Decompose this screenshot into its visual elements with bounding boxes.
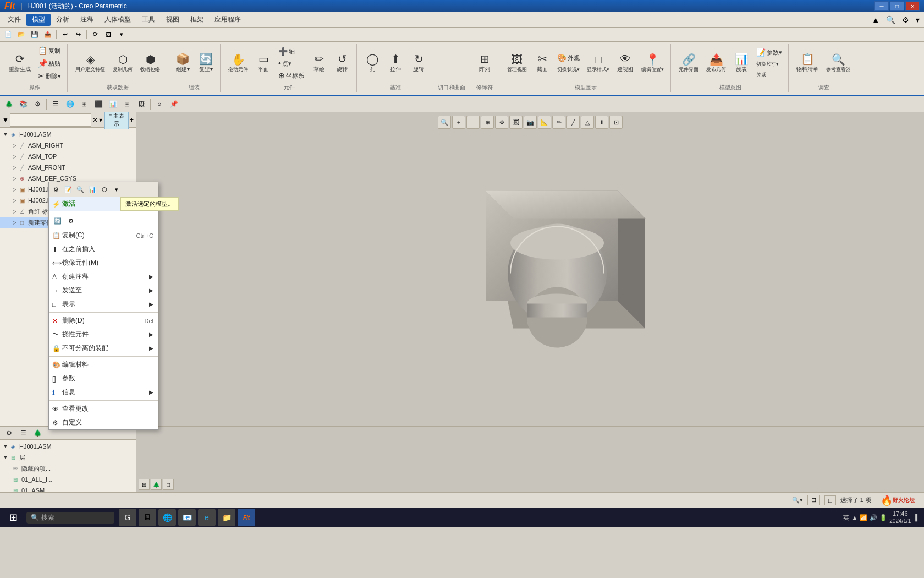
layer-list-btn[interactable]: ☰ xyxy=(16,427,30,440)
model-tree-btn[interactable]: 🌲 xyxy=(151,479,162,490)
annotation-btn[interactable]: ✏ xyxy=(552,116,565,129)
toggle-asmfront[interactable]: ▷ xyxy=(11,164,18,171)
shrink-wrap-btn[interactable]: ⬢ 收缩包络 xyxy=(137,52,163,75)
paste-btn[interactable]: 📌 粘贴 xyxy=(35,58,64,69)
clear-search-btn[interactable]: ✕ xyxy=(92,116,98,124)
bom-btn[interactable]: 📋 物料清单 xyxy=(793,51,822,75)
zoom-btn[interactable]: 🔍▾ xyxy=(792,497,803,504)
edit-pos-btn[interactable]: 📍 编辑位置▾ xyxy=(638,52,667,75)
zoom-in-btn[interactable]: + xyxy=(452,116,465,129)
toggle-newpart[interactable]: ▷ xyxy=(11,219,18,226)
cols-btn[interactable]: ⊟ xyxy=(120,97,134,111)
ctx-item-info[interactable]: ℹ 信息 ▶ xyxy=(49,385,158,399)
collapse-btn[interactable]: 📊 xyxy=(106,97,119,111)
add-filter-btn[interactable]: + xyxy=(130,116,134,124)
ctx-item-create-note[interactable]: A 创建注释 ▶ xyxy=(49,270,158,283)
display-style-btn[interactable]: □ 显示样式▾ xyxy=(584,52,613,75)
tray-volume[interactable]: 🔊 xyxy=(870,514,877,521)
custom-btn[interactable]: ▾ xyxy=(116,29,128,40)
measure-btn[interactable]: 📐 xyxy=(538,116,551,129)
ctx-tb-2[interactable]: 📝 xyxy=(63,184,74,195)
menu-model[interactable]: 模型 xyxy=(26,14,51,26)
repeat-btn[interactable]: 🔄 复里▾ xyxy=(195,51,217,75)
list-view-btn[interactable]: ☰ xyxy=(49,97,62,111)
expand-icon[interactable]: ▾ xyxy=(914,14,922,25)
undo-btn[interactable]: ↩ xyxy=(59,29,71,40)
detail-btn[interactable]: □ xyxy=(163,479,174,490)
toggle-status-btn[interactable]: 切换状况▾ xyxy=(554,64,582,75)
ctx-icon-2[interactable]: ⚙ xyxy=(65,215,76,226)
menu-file[interactable]: 文件 xyxy=(2,14,26,26)
section-btn[interactable]: ✂ 截面 xyxy=(531,51,553,75)
layer-settings-btn[interactable]: ⚙ xyxy=(2,427,15,440)
taskbar-app-goodbody[interactable]: G xyxy=(119,509,136,526)
pause-btn[interactable]: ⏸ xyxy=(595,116,608,129)
tree-search-input[interactable] xyxy=(10,113,91,127)
axis-btn[interactable]: ➕ 轴 xyxy=(276,46,307,57)
ctx-item-edit-material[interactable]: 🎨 编辑材料 xyxy=(49,358,158,372)
toggle-note42[interactable]: ▷ xyxy=(11,208,18,215)
redo-btn[interactable]: ↪ xyxy=(72,29,84,40)
menu-framework[interactable]: 框架 xyxy=(185,14,209,26)
pin-btn[interactable]: 📌 xyxy=(167,97,180,111)
drag-comp-btn[interactable]: ✋ 拖动元件 xyxy=(225,52,251,75)
tray-up[interactable]: ▲ xyxy=(851,514,857,521)
taskbar-app-files[interactable]: 📁 xyxy=(218,509,235,526)
toggle-asmdefsys[interactable]: ▷ xyxy=(11,175,18,182)
camera-btn[interactable]: 📷 xyxy=(524,116,537,129)
taskbar-app-edge[interactable]: e xyxy=(198,509,216,526)
tray-network[interactable]: 📶 xyxy=(860,514,867,521)
sketch-btn[interactable]: ✏ 草绘 xyxy=(308,51,330,75)
bottom-item-layer[interactable]: ▼ ⊟ 层 xyxy=(0,452,136,463)
bottom-item-hidden[interactable]: 👁 隐藏的项... xyxy=(0,463,136,474)
layers-status-btn[interactable]: ⊟ xyxy=(807,495,820,505)
regenerate-btn[interactable]: ⟳ 重新生成 xyxy=(6,51,34,75)
user-feature-btn[interactable]: ◈ 用户定义特征 xyxy=(72,52,108,75)
hole-btn[interactable]: ◯ 孔 xyxy=(361,51,383,75)
perspective-btn[interactable]: 👁 透视图 xyxy=(614,51,637,75)
ctx-item-mirror[interactable]: ⟺ 镜像元件(M) xyxy=(49,256,158,270)
toggle-asmright[interactable]: ▷ xyxy=(11,142,18,149)
toggle-hj002prt[interactable]: ▷ xyxy=(11,197,18,204)
tree-item-asmfront[interactable]: ▷ ╱ ASM_FRONT xyxy=(0,162,136,173)
toggle-dim-btn[interactable]: 切换尺寸▾ xyxy=(754,59,785,69)
publish-geom-btn[interactable]: 📤 发布几何 xyxy=(703,52,729,75)
saved-views-btn[interactable]: 🖼 xyxy=(509,116,522,129)
view-mgr-btn[interactable]: 🖼 xyxy=(102,29,114,40)
send-btn[interactable]: 📤 xyxy=(42,29,54,40)
fit-view-btn[interactable]: 🔍 xyxy=(438,116,451,129)
tree-item-hj001asm[interactable]: ▼ ◈ HJ001.ASM xyxy=(0,129,136,140)
graphics-btn[interactable]: ⊡ xyxy=(609,116,623,129)
bottom-item-hj001asm[interactable]: ▼ ◈ HJ001.ASM xyxy=(0,441,136,452)
rotate-btn[interactable]: ↺ 旋转 xyxy=(331,51,353,75)
menu-human[interactable]: 人体模型 xyxy=(99,14,136,26)
layer-mode-btn[interactable]: ⊟ xyxy=(139,479,150,490)
help-up-icon[interactable]: ▲ xyxy=(870,14,882,25)
tree-item-asmtop[interactable]: ▷ ╱ ASM_TOP xyxy=(0,151,136,162)
relations-btn[interactable]: 关系 xyxy=(754,70,785,80)
bottom-toggle[interactable]: ▼ xyxy=(2,443,9,450)
close-button[interactable]: ✕ xyxy=(905,1,920,11)
taskbar-app-mail[interactable]: 📧 xyxy=(178,509,196,526)
comp-interface-btn[interactable]: 🔗 元件界面 xyxy=(675,52,702,75)
menu-view[interactable]: 视图 xyxy=(161,14,185,26)
ctx-tb-3[interactable]: 🔍 xyxy=(75,184,86,195)
maximize-button[interactable]: □ xyxy=(890,1,904,11)
menu-apps[interactable]: 应用程序 xyxy=(209,14,246,26)
ctx-tb-more[interactable]: ▾ xyxy=(111,184,122,195)
ctx-tb-4[interactable]: 📊 xyxy=(87,184,98,195)
copy-btn[interactable]: 📋 复制 xyxy=(35,45,64,57)
layer-tree-btn[interactable]: 🌲 xyxy=(31,427,44,440)
revolve-btn[interactable]: ↻ 旋转 xyxy=(408,51,430,75)
settings-btn[interactable]: ⚙ xyxy=(31,97,44,111)
taskbar-app-calc[interactable]: 🖩 xyxy=(139,509,156,526)
point-btn[interactable]: • 点▾ xyxy=(276,58,307,69)
show-main-btn[interactable]: ≡ 主表示 xyxy=(105,112,129,129)
ctx-item-represent[interactable]: □ 表示 ▶ xyxy=(49,297,158,311)
assemble-btn[interactable]: 📦 组建▾ xyxy=(172,51,194,75)
canvas-area[interactable]: 🔍 + - ⊕ ✥ 🖼 📷 📐 ✏ ╱ △ ⏸ ⊡ xyxy=(136,112,924,426)
toggle-asmtop[interactable]: ▷ xyxy=(11,153,18,160)
taskbar-app-3[interactable]: 🌐 xyxy=(158,509,176,526)
taskbar-app-creo[interactable]: FIt xyxy=(238,509,255,526)
family-table-btn[interactable]: 📊 族表 xyxy=(730,51,752,75)
